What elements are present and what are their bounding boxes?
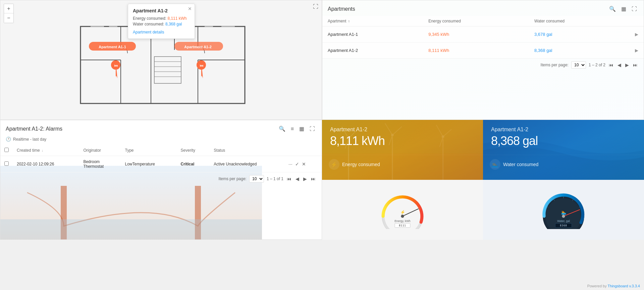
alarm-more-icon[interactable]: ··· xyxy=(288,161,292,167)
alarms-subtitle-text: Realtime - last day xyxy=(13,137,46,142)
popup-water-row: Water consumed: 8,368 gal xyxy=(133,22,190,26)
alarms-page-range: 1 – 1 of 1 xyxy=(267,176,283,181)
alarm-actions-cell: ··· ✓ ✕ xyxy=(284,156,322,172)
alarms-last-page-button[interactable]: ⏭ xyxy=(310,175,316,182)
apartments-actions: 🔍 ▦ ⛶ xyxy=(608,5,638,13)
svg-rect-16 xyxy=(221,26,235,27)
powered-by-text: Powered by xyxy=(587,284,608,288)
svg-text:Energy, kWh: Energy, kWh xyxy=(394,219,411,223)
apt-name-cell: Apartment A1-1 xyxy=(322,26,423,43)
alarm-originator-cell: BedroomThermostat xyxy=(79,156,121,172)
energy-top-content: Apartment A1-2 8,111 kWh xyxy=(322,120,483,155)
apartments-col-action xyxy=(630,16,644,26)
sort-icon-apartment: ↑ xyxy=(348,19,350,23)
apartment-details-link[interactable]: Apartment details xyxy=(133,30,190,34)
alarms-col-actions xyxy=(284,145,322,156)
zoom-in-button[interactable]: + xyxy=(4,4,13,13)
apt-name-cell: Apartment A1-2 xyxy=(322,43,423,59)
alarm-severity-cell: Critical xyxy=(177,156,210,172)
svg-point-73 xyxy=(562,215,565,218)
alarms-per-page-select[interactable]: 10 xyxy=(249,175,264,183)
apartments-col-water: Water consumed xyxy=(529,16,630,26)
svg-rect-17 xyxy=(205,26,213,27)
popup-energy-row: Energy consumed: 8,111 kWh xyxy=(133,16,190,21)
svg-text:⚡: ⚡ xyxy=(400,210,406,215)
alarms-search-button[interactable]: 🔍 xyxy=(277,125,287,133)
svg-text:🛏: 🛏 xyxy=(200,63,203,67)
alarms-subtitle: 🕐 Realtime - last day xyxy=(0,136,322,145)
popup-energy-value: 8,111 kWh xyxy=(167,16,186,21)
apartments-table: Apartment ↑ Energy consumed Water consum… xyxy=(322,16,644,59)
water-gauge-svg: 🏊 Water, gal 8368 xyxy=(533,191,594,229)
apartments-expand-button[interactable]: ⛶ xyxy=(630,5,638,13)
energy-gauge-svg: ⚡ Energy, kWh 8111 xyxy=(372,191,433,229)
alarms-col-created[interactable]: Created time ↓ xyxy=(13,145,79,156)
energy-top-apartment: Apartment A1-2 xyxy=(330,127,475,133)
energy-top-value: 8,111 kWh xyxy=(330,134,475,148)
alarms-first-page-button[interactable]: ⏮ xyxy=(286,175,292,182)
popup-water-label: Water consumed: xyxy=(133,22,164,26)
apartments-next-page-button[interactable]: ▶ xyxy=(625,62,630,68)
map-panel: + − ⛶ xyxy=(0,0,322,120)
powered-by-link[interactable]: Thingsboard v.3.3.4 xyxy=(608,284,640,288)
alarms-per-page-label: Items per page: xyxy=(219,176,247,181)
apartments-prev-page-button[interactable]: ◀ xyxy=(617,62,622,68)
apt-water-cell: 3,678 gal xyxy=(529,26,630,43)
alarm-created-cell: 2022-02-10 12:09:26 xyxy=(13,156,79,172)
alarm-row-checkbox[interactable] xyxy=(4,161,9,166)
map-zoom-controls: + − xyxy=(4,4,14,23)
energy-type-label: Energy consumed xyxy=(342,162,380,167)
apartments-title: Apartments xyxy=(328,6,355,12)
apartments-per-page-select[interactable]: 10 xyxy=(571,61,586,69)
zoom-out-button[interactable]: − xyxy=(4,13,13,23)
apt-energy-cell: 8,111 kWh xyxy=(423,43,529,59)
apartments-page-range: 1 – 2 of 2 xyxy=(589,63,605,67)
svg-text:🏊: 🏊 xyxy=(561,210,567,215)
table-row: Apartment A1-1 9,345 kWh 3,678 gal ▶ xyxy=(322,26,644,43)
alarms-content: Apartment A1-2: Alarms 🔍 ≡ ▦ ⛶ 🕐 Realtim… xyxy=(0,120,322,172)
apartments-columns-button[interactable]: ▦ xyxy=(620,5,628,13)
apartments-col-energy: Energy consumed xyxy=(423,16,529,26)
popup-title: Apartment A1-2 xyxy=(133,8,190,13)
svg-text:🛏: 🛏 xyxy=(114,63,118,67)
map-popup: ✕ Apartment A1-2 Energy consumed: 8,111 … xyxy=(128,4,195,39)
svg-rect-9 xyxy=(154,57,181,83)
popup-energy-label: Energy consumed: xyxy=(133,16,166,21)
clock-icon: 🕐 xyxy=(6,137,11,142)
water-top-card: Apartment A1-2 8,368 gal 🏊 Water consume… xyxy=(483,120,644,180)
svg-text:Apartment A1-2: Apartment A1-2 xyxy=(184,45,212,49)
alarms-panel: Apartment A1-2: Alarms 🔍 ≡ ▦ ⛶ 🕐 Realtim… xyxy=(0,120,322,240)
svg-text:8111: 8111 xyxy=(399,224,406,227)
apartments-search-button[interactable]: 🔍 xyxy=(608,5,617,13)
apt-arrow-cell[interactable]: ▶ xyxy=(630,26,644,43)
popup-close-button[interactable]: ✕ xyxy=(188,6,192,11)
water-top-apartment: Apartment A1-2 xyxy=(491,127,636,133)
alarm-ack-icon[interactable]: ✓ xyxy=(295,161,299,167)
alarms-columns-button[interactable]: ▦ xyxy=(298,125,306,133)
alarms-select-all-col xyxy=(0,145,13,156)
svg-text:Apartment A1-1: Apartment A1-1 xyxy=(99,45,126,49)
alarms-select-all-checkbox[interactable] xyxy=(4,148,9,152)
energy-gauge-container: ⚡ Energy, kWh 8111 xyxy=(367,185,438,234)
alarm-clear-icon[interactable]: ✕ xyxy=(302,161,306,167)
apartments-pagination: Items per page: 10 1 – 2 of 2 ⏮ ◀ ▶ ⏭ xyxy=(322,59,644,71)
alarm-status-cell: Active Unacknowledged xyxy=(210,156,284,172)
water-top-value: 8,368 gal xyxy=(491,134,636,148)
svg-rect-14 xyxy=(91,26,104,27)
apt-arrow-cell[interactable]: ▶ xyxy=(630,43,644,59)
alarms-col-type: Type xyxy=(121,145,176,156)
alarms-expand-button[interactable]: ⛶ xyxy=(308,125,316,133)
alarms-prev-page-button[interactable]: ◀ xyxy=(295,175,300,182)
sort-icon-created: ↓ xyxy=(42,149,43,152)
alarms-next-page-button[interactable]: ▶ xyxy=(303,175,308,182)
apartments-table-wrap: Apartment ↑ Energy consumed Water consum… xyxy=(322,16,644,59)
apartments-last-page-button[interactable]: ⏭ xyxy=(632,62,638,68)
alarms-filter-button[interactable]: ≡ xyxy=(289,125,295,133)
apartments-col-apartment[interactable]: Apartment ↑ xyxy=(322,16,423,26)
water-top-content: Apartment A1-2 8,368 gal xyxy=(483,120,644,155)
table-row: 2022-02-10 12:09:26 BedroomThermostat Lo… xyxy=(0,156,322,172)
map-expand-button[interactable]: ⛶ xyxy=(313,4,318,10)
water-type-label: Water consumed xyxy=(503,162,538,167)
alarms-col-severity: Severity xyxy=(177,145,210,156)
apartments-first-page-button[interactable]: ⏮ xyxy=(608,62,614,68)
